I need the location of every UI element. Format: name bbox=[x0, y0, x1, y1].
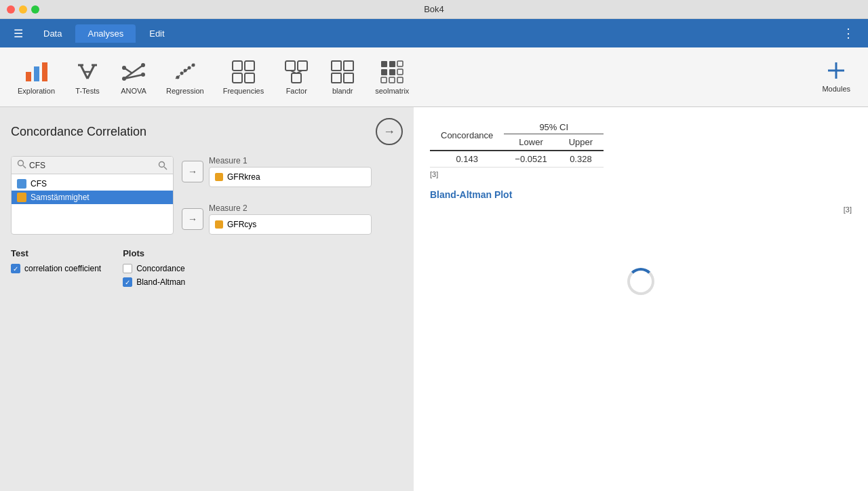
plots-group: Plots Concordance ✓ Bland-Altman bbox=[123, 248, 185, 291]
variable-item-cfs[interactable]: CFS bbox=[12, 177, 173, 191]
cell-upper: 0.328 bbox=[558, 151, 604, 168]
plots-blandaltman-label: Bland-Altman bbox=[136, 277, 185, 287]
measure2-arrow-button[interactable]: → bbox=[182, 208, 203, 230]
menu-icon[interactable]: ☰ bbox=[5, 27, 31, 40]
toolbar: Exploration T-Tests bbox=[0, 47, 868, 107]
col-header-lower: Lower bbox=[504, 134, 557, 151]
cell-lower: −0.0521 bbox=[504, 151, 557, 168]
nav-bar: ☰ Data Analyses Edit ⋮ bbox=[0, 19, 868, 47]
svg-rect-21 bbox=[233, 61, 242, 71]
regression-label: Regression bbox=[166, 87, 204, 95]
factor-icon bbox=[284, 60, 309, 84]
toolbar-item-frequencies[interactable]: Frequencies bbox=[216, 54, 271, 100]
bland-altman-footnote: [3] bbox=[430, 205, 852, 214]
close-button[interactable] bbox=[7, 5, 15, 14]
svg-line-20 bbox=[176, 64, 195, 79]
measure1-arrow-button[interactable]: → bbox=[182, 161, 203, 182]
toolbar-item-modules[interactable]: Modules bbox=[815, 56, 857, 98]
measure2-value: GFRcys bbox=[227, 220, 256, 229]
toolbar-item-factor[interactable]: Factor bbox=[276, 54, 317, 100]
test-correlation-option: ✓ correlation coefficient bbox=[11, 264, 101, 273]
blandr-label: blandr bbox=[332, 87, 353, 95]
svg-point-13 bbox=[141, 73, 145, 77]
anova-icon bbox=[121, 60, 146, 84]
tab-data[interactable]: Data bbox=[31, 24, 74, 43]
measure1-var-icon bbox=[215, 173, 223, 181]
right-panel: Concordance 95% CI Lower Upper 0.143 −0.… bbox=[414, 107, 868, 491]
window-controls bbox=[7, 5, 39, 14]
bland-altman-section: Bland-Altman Plot [3] bbox=[430, 189, 852, 349]
plots-concordance-checkbox[interactable] bbox=[123, 264, 132, 273]
measure1-container: Measure 1 GFRkrea bbox=[209, 156, 372, 187]
toolbar-item-anova[interactable]: ANOVA bbox=[113, 54, 154, 100]
svg-line-46 bbox=[23, 165, 26, 168]
svg-point-14 bbox=[122, 66, 126, 70]
svg-rect-40 bbox=[381, 77, 387, 83]
svg-rect-38 bbox=[397, 61, 403, 66]
measure1-label: Measure 1 bbox=[209, 156, 372, 165]
results-table: Concordance 95% CI Lower Upper 0.143 −0.… bbox=[430, 121, 852, 178]
svg-point-47 bbox=[159, 161, 165, 167]
search-icon bbox=[17, 159, 26, 171]
toolbar-item-seolmatrix[interactable]: seolmatrix bbox=[368, 54, 416, 100]
anova-label: ANOVA bbox=[121, 87, 146, 95]
svg-rect-34 bbox=[381, 61, 387, 67]
measure1-input[interactable]: GFRkrea bbox=[209, 167, 372, 187]
svg-rect-2 bbox=[42, 62, 47, 81]
measure1-value: GFRkrea bbox=[227, 172, 260, 182]
test-correlation-checkbox[interactable]: ✓ bbox=[11, 264, 20, 273]
more-options-icon[interactable]: ⋮ bbox=[834, 26, 863, 41]
col-header-concordance: Concordance bbox=[430, 121, 504, 151]
toolbar-item-ttests[interactable]: T-Tests bbox=[67, 54, 108, 100]
variable-item-samstammighet[interactable]: Samstämmighet bbox=[12, 191, 173, 204]
col-header-upper: Upper bbox=[558, 134, 604, 151]
var-type-icon-cfs bbox=[17, 179, 26, 189]
var-type-icon-samstammighet bbox=[17, 193, 26, 202]
svg-rect-26 bbox=[298, 61, 307, 71]
window-title: Bok4 bbox=[424, 4, 444, 14]
variables-section: CFS CFS Samstämmighet bbox=[11, 156, 403, 235]
svg-rect-23 bbox=[233, 73, 242, 83]
svg-rect-22 bbox=[245, 61, 254, 71]
test-title: Test bbox=[11, 248, 101, 258]
go-button[interactable]: → bbox=[376, 118, 403, 145]
plots-concordance-label: Concordance bbox=[136, 264, 184, 273]
modules-icon bbox=[827, 61, 846, 82]
toolbar-item-exploration[interactable]: Exploration bbox=[11, 54, 62, 100]
svg-rect-30 bbox=[332, 61, 341, 71]
svg-rect-1 bbox=[34, 66, 39, 81]
variable-list-body: CFS Samstämmighet bbox=[12, 174, 173, 207]
plots-title: Plots bbox=[123, 248, 185, 258]
measure2-var-icon bbox=[215, 220, 223, 229]
measure2-input[interactable]: GFRcys bbox=[209, 214, 372, 235]
factor-label: Factor bbox=[286, 87, 307, 95]
panel-title: Concordance Correlation bbox=[11, 125, 146, 139]
svg-rect-41 bbox=[389, 77, 395, 83]
measure-controls: → Measure 1 GFRkrea → Measure 2 bbox=[182, 156, 372, 235]
variable-search-text: CFS bbox=[29, 161, 45, 170]
svg-rect-36 bbox=[381, 69, 387, 75]
tab-edit[interactable]: Edit bbox=[137, 24, 176, 43]
toolbar-item-regression[interactable]: Regression bbox=[159, 54, 211, 100]
tab-analyses[interactable]: Analyses bbox=[75, 24, 136, 43]
left-panel: Concordance Correlation → CFS bbox=[0, 107, 414, 491]
blandr-icon bbox=[330, 60, 355, 84]
variable-list: CFS CFS Samstämmighet bbox=[11, 156, 174, 235]
svg-line-48 bbox=[164, 167, 167, 170]
minimize-button[interactable] bbox=[19, 5, 27, 14]
variable-label-samstammighet: Samstämmighet bbox=[31, 193, 90, 202]
variable-list-header: CFS bbox=[12, 157, 173, 174]
nav-tabs: Data Analyses Edit bbox=[31, 24, 177, 43]
regression-icon bbox=[173, 60, 197, 84]
options-section: Test ✓ correlation coefficient Plots Con… bbox=[11, 248, 403, 291]
test-correlation-label: correlation coefficient bbox=[24, 264, 101, 273]
plots-blandaltman-checkbox[interactable]: ✓ bbox=[123, 277, 132, 287]
svg-rect-32 bbox=[332, 73, 341, 83]
ttests-label: T-Tests bbox=[75, 87, 99, 95]
toolbar-item-blandr[interactable]: blandr bbox=[322, 54, 363, 100]
bland-altman-title: Bland-Altman Plot bbox=[430, 189, 852, 200]
maximize-button[interactable] bbox=[31, 5, 39, 14]
variable-label-cfs: CFS bbox=[31, 179, 47, 189]
modules-label: Modules bbox=[822, 85, 850, 93]
svg-rect-35 bbox=[389, 61, 395, 67]
